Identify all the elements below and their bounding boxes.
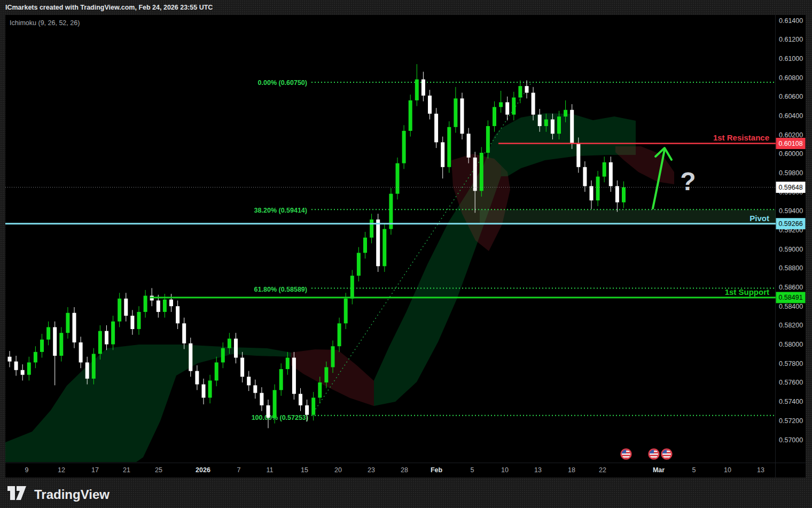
x-tick: Mar [653,466,665,474]
y-tick: 0.58000 [779,341,803,348]
y-tick: 0.58200 [779,322,803,329]
y-tick: 0.60600 [779,93,803,100]
price-badge-value: 0.59648 [778,184,802,191]
x-tick: 9 [25,466,29,474]
fib-label-0[interactable]: 0.00% (0.60750) [258,79,307,87]
us-flag-event-icon[interactable] [649,449,659,459]
x-tick: 2026 [196,466,210,474]
x-tick: 5 [471,466,474,474]
x-tick: 7 [237,466,241,474]
x-tick: 22 [599,466,606,474]
y-tick: 0.58800 [779,264,803,272]
y-tick: 0.59800 [779,169,803,177]
y-tick: 0.60200 [779,131,803,139]
x-tick: 10 [724,466,731,474]
fib-label-618[interactable]: 61.80% (0.58589) [254,286,307,293]
y-tick: 0.57200 [779,417,803,425]
x-tick: Feb [431,466,443,474]
x-tick: 23 [368,466,375,474]
pivot-label[interactable]: Pivot [749,214,769,223]
tradingview-logo[interactable]: TradingView [7,486,110,502]
x-tick: 18 [568,466,575,474]
support-label[interactable]: 1st Support [725,287,769,296]
y-tick: 0.57400 [779,398,803,405]
y-tick: 0.60400 [779,112,803,120]
fib-label-382[interactable]: 38.20% (0.59414) [254,207,307,214]
y-tick: 0.58400 [779,303,803,310]
logo-mark-7 [16,486,26,500]
x-tick: 12 [58,466,65,474]
y-tick: 0.59000 [779,246,803,253]
question-mark-drawing[interactable]: ? [680,167,696,196]
x-tick: 25 [155,466,162,474]
tradingview-chart: ICmarkets created with TradingView.com, … [0,0,812,508]
pivot-zone [480,209,776,223]
x-tick: 10 [501,466,509,474]
fib-label-100[interactable]: 100.00% (0.57253) [252,414,308,421]
y-tick: 0.61200 [779,36,803,43]
resistance-label[interactable]: 1st Resistance [713,133,769,142]
price-badge-value: 0.59266 [778,220,802,228]
y-tick: 0.60800 [779,74,803,82]
x-tick: 21 [123,466,130,474]
x-tick: 20 [334,466,342,474]
x-tick: 17 [91,466,99,474]
x-tick: 28 [401,466,408,474]
y-tick: 0.61400 [779,17,803,25]
y-tick: 0.59400 [779,207,803,215]
x-tick: 5 [692,466,696,474]
y-tick: 0.58600 [779,284,803,291]
y-tick: 0.57600 [779,379,803,386]
header-title: ICmarkets created with TradingView.com, … [5,4,213,11]
us-flag-event-icon[interactable] [662,449,672,459]
indicator-label[interactable]: Ichimoku (9, 26, 52, 26) [10,19,80,27]
y-tick: 0.57000 [779,436,803,444]
logo-mark-1 [7,486,15,500]
price-badge-value: 0.60108 [778,140,802,147]
y-tick: 0.57800 [779,360,803,368]
x-tick: 13 [757,466,764,474]
x-tick: 13 [534,466,542,474]
logo-text: TradingView [34,487,110,502]
us-flag-event-icon[interactable] [621,449,631,459]
y-tick: 0.61000 [779,55,803,62]
x-tick: 15 [301,466,308,474]
y-tick: 0.60000 [779,150,803,158]
x-tick: 11 [267,466,274,474]
price-badge-value: 0.58491 [778,294,802,301]
